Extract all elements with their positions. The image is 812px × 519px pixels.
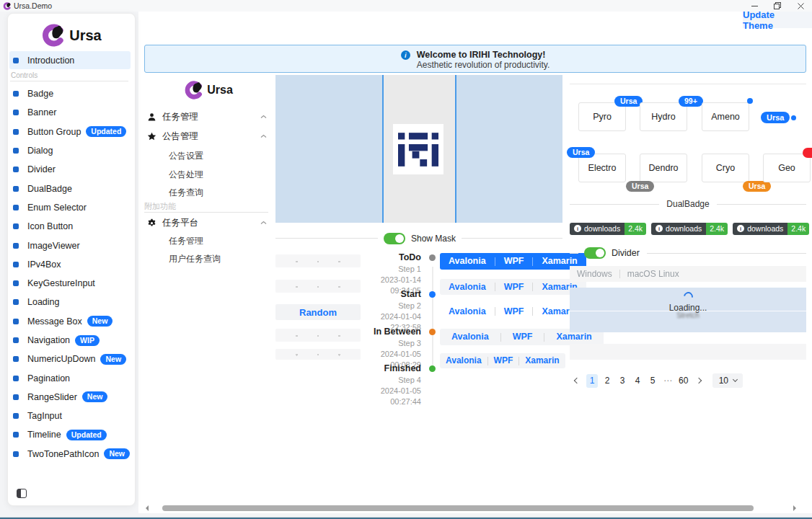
- divider-toggle[interactable]: [584, 247, 606, 259]
- timeline-dot: [429, 291, 436, 298]
- scrollbar-left-arrow[interactable]: [146, 505, 149, 511]
- pagination-page-1[interactable]: 1: [586, 374, 598, 388]
- button-avalonia[interactable]: Avalonia: [440, 303, 495, 320]
- horizontal-scrollbar-thumb[interactable]: [162, 505, 754, 511]
- control-bullet-icon: [13, 337, 19, 343]
- chevron-down-icon: [733, 377, 738, 382]
- nav-item-task-platform[interactable]: 任务平台: [141, 214, 275, 231]
- timeline-dot: [429, 254, 436, 261]
- badge-ursa-grey: Ursa: [626, 181, 654, 192]
- chevron-left-icon: [574, 378, 580, 383]
- button-wpf[interactable]: WPF: [495, 303, 533, 320]
- welcome-banner: i Welcome to IRIHI Technology! Aesthetic…: [144, 45, 806, 73]
- sidebar-item[interactable]: IPv4Box: [9, 255, 131, 274]
- control-bullet-icon: [13, 205, 19, 210]
- button-wpf[interactable]: WPF: [495, 279, 533, 296]
- button-xamarin[interactable]: Xamarin: [519, 353, 565, 368]
- nav-item-announcement-management[interactable]: 公告管理: [141, 128, 275, 145]
- control-bullet-icon: [13, 280, 19, 286]
- sidebar-item[interactable]: DualBadge: [9, 179, 131, 198]
- divider-toggle-label: Divider: [612, 248, 640, 258]
- nav-logo-text: Ursa: [207, 84, 233, 97]
- button-wpf[interactable]: WPF: [488, 353, 519, 368]
- sidebar-item[interactable]: TagInput: [9, 407, 131, 425]
- skeleton-bar: [275, 349, 361, 360]
- badge-card-cryo: Cryo: [702, 154, 749, 182]
- os-divider-bar: Windows macOS Linux: [570, 266, 806, 282]
- control-bullet-icon: [13, 356, 19, 362]
- sidebar-item[interactable]: Message Box New: [9, 312, 131, 331]
- sidebar-item[interactable]: TwoTonePathIcon New: [9, 445, 131, 463]
- chevron-up-icon: [260, 134, 267, 138]
- gear-icon: [147, 218, 157, 228]
- sidebar-item[interactable]: Button Group Updated: [9, 123, 131, 141]
- pagination-next-button[interactable]: [693, 374, 705, 388]
- button-avalonia[interactable]: Avalonia: [440, 329, 500, 345]
- sidebar-item-label: Button Group: [27, 127, 81, 137]
- os-label-windows: Windows: [577, 269, 612, 279]
- sidebar-item[interactable]: Banner: [9, 103, 131, 122]
- sidebar-item[interactable]: Icon Button: [9, 217, 131, 236]
- pagination-prev-button[interactable]: [571, 374, 583, 388]
- badge-card-geo: Geo: [763, 154, 811, 182]
- sidebar-item[interactable]: NumericUpDown New: [9, 350, 131, 368]
- sidebar-item[interactable]: Navigation WIP: [9, 331, 131, 350]
- sidebar-item[interactable]: Badge: [9, 84, 131, 103]
- control-bullet-icon: [13, 262, 19, 267]
- sidebar-item[interactable]: ImageViewer: [9, 236, 131, 254]
- image-viewer[interactable]: [275, 75, 562, 223]
- pagination-page-3[interactable]: 3: [617, 374, 628, 388]
- control-bullet-icon: [13, 148, 19, 154]
- show-mask-toggle[interactable]: [384, 233, 405, 244]
- sidebar-item-badge: Updated: [86, 126, 126, 137]
- pagination-page-2[interactable]: 2: [601, 374, 613, 388]
- chevron-right-icon: [696, 378, 702, 383]
- nav-item-task-management[interactable]: 任务管理: [141, 108, 275, 125]
- sidebar-item[interactable]: KeyGestureInput: [9, 274, 131, 293]
- nav-subitem-announcement-settings[interactable]: 公告设置: [141, 148, 275, 164]
- nav-subitem-task-query[interactable]: 任务查询: [141, 185, 275, 200]
- nav-subitem-task-management[interactable]: 任务管理: [141, 233, 275, 249]
- collapse-sidebar-icon[interactable]: [17, 489, 27, 498]
- scrollbar-right-arrow[interactable]: [793, 505, 796, 511]
- random-button[interactable]: Random: [275, 304, 361, 320]
- sidebar-item[interactable]: Enum Selector: [9, 198, 131, 217]
- dualbadge-divider-label: DualBadge: [666, 199, 709, 209]
- banner-title: Welcome to IRIHI Technology!: [417, 50, 550, 60]
- sidebar-item-label: Pagination: [27, 373, 70, 383]
- nav-subitem-user-task-query[interactable]: 用户任务查询: [141, 251, 275, 267]
- control-bullet-icon: [13, 186, 19, 192]
- update-theme-button[interactable]: Update Theme: [743, 12, 812, 28]
- nav-subitem-announcement-process[interactable]: 公告处理: [141, 167, 275, 182]
- timeline-item-step: Step 4: [356, 375, 421, 386]
- button-avalonia[interactable]: Avalonia: [440, 253, 495, 270]
- badge-ursa: Ursa: [567, 147, 595, 158]
- pagination-page-5[interactable]: 5: [647, 374, 658, 388]
- skeleton-bar: [275, 280, 361, 293]
- pagination-page-4[interactable]: 4: [632, 374, 643, 388]
- badge-dot: [791, 115, 796, 120]
- button-wpf[interactable]: WPF: [501, 329, 544, 345]
- control-bullet-icon: [13, 299, 19, 305]
- sidebar: Ursa Introduction Controls Badge Banner …: [7, 13, 136, 506]
- button-avalonia[interactable]: Avalonia: [440, 353, 487, 368]
- sidebar-item[interactable]: Dialog: [9, 141, 131, 160]
- timeline-item-step: Step 1: [356, 264, 421, 275]
- sidebar-item[interactable]: Timeline Updated: [9, 425, 131, 444]
- sidebar-item[interactable]: RangeSlider New: [9, 388, 131, 407]
- sidebar-item-introduction[interactable]: Introduction: [9, 51, 131, 69]
- sidebar-item[interactable]: Divider: [9, 160, 131, 179]
- button-wpf[interactable]: WPF: [495, 253, 533, 270]
- pagination-page-60[interactable]: 60: [677, 374, 689, 388]
- sidebar-item-label: Timeline: [27, 430, 61, 440]
- sidebar-item[interactable]: Pagination: [9, 368, 131, 387]
- sidebar-item-label: Icon Button: [27, 221, 73, 231]
- dualbadge-row: idownloads 2.4k idownloads 2.4k idownloa…: [570, 221, 812, 236]
- viewed-image-irihi-logo: [393, 124, 443, 174]
- sidebar-item-label: Loading: [27, 297, 60, 307]
- sidebar-item[interactable]: Loading: [9, 293, 131, 311]
- button-avalonia[interactable]: Avalonia: [440, 279, 495, 296]
- page-size-select[interactable]: 10: [712, 373, 743, 388]
- pagination-ellipsis[interactable]: ⋯: [662, 374, 674, 388]
- button-group-solid: Avalonia WPF Xamarin: [440, 253, 586, 270]
